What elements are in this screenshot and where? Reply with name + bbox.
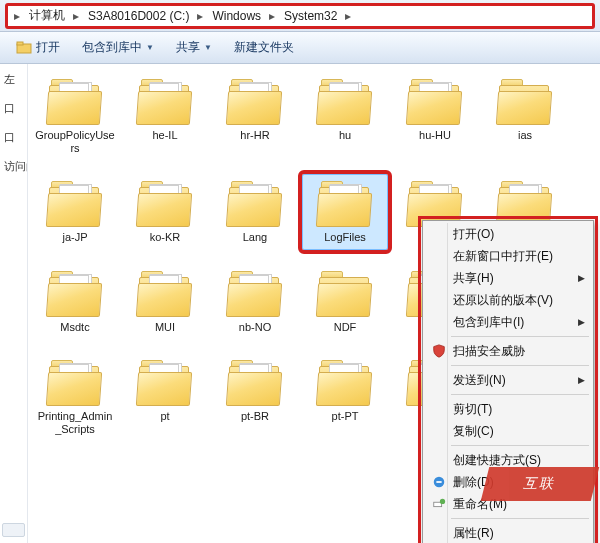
menu-item-label: 复制(C) <box>453 423 494 440</box>
folder-label: GroupPolicyUsers <box>35 129 115 155</box>
include-label: 包含到库中 <box>82 39 142 56</box>
folder-item[interactable]: Printing_Admin_Scripts <box>32 353 118 441</box>
addressbar-container: ▸计算机▸S3A8016D002 (C:)▸Windows▸System32▸ <box>0 0 600 32</box>
context-menu-item[interactable]: 重命名(M) <box>425 493 591 515</box>
context-menu-item[interactable]: 复制(C) <box>425 420 591 442</box>
folder-item[interactable]: NDF <box>302 264 388 339</box>
sidebar-item[interactable]: 口 <box>2 99 25 118</box>
context-menu: 打开(O)在新窗口中打开(E)共享(H)▶还原以前的版本(V)包含到库中(I)▶… <box>422 220 594 543</box>
folder-item[interactable]: pt-BR <box>212 353 298 441</box>
menu-item-label: 创建快捷方式(S) <box>453 452 541 469</box>
context-menu-item[interactable]: 共享(H)▶ <box>425 267 591 289</box>
folder-item[interactable]: hu <box>302 72 388 160</box>
context-menu-item[interactable]: 删除(D) <box>425 471 591 493</box>
folder-item[interactable]: pt <box>122 353 208 441</box>
context-menu-item[interactable]: 创建快捷方式(S) <box>425 449 591 471</box>
folder-label: NDF <box>334 321 357 334</box>
folder-icon <box>135 77 195 125</box>
folder-icon <box>45 179 105 227</box>
folder-label: Printing_Admin_Scripts <box>35 410 115 436</box>
folder-label: LogFiles <box>324 231 366 244</box>
folder-item[interactable]: GroupPolicyUsers <box>32 72 118 160</box>
folder-label: pt-PT <box>332 410 359 423</box>
folder-item[interactable]: ja-JP <box>32 174 118 249</box>
context-menu-item[interactable]: 剪切(T) <box>425 398 591 420</box>
menu-item-label: 还原以前的版本(V) <box>453 292 553 309</box>
folder-item[interactable]: Lang <box>212 174 298 249</box>
folder-icon <box>135 358 195 406</box>
include-library-button[interactable]: 包含到库中 ▼ <box>74 36 162 59</box>
folder-item[interactable]: hr-HR <box>212 72 298 160</box>
menu-item-label: 属性(R) <box>453 525 494 542</box>
delete-icon <box>431 474 447 490</box>
folder-icon <box>225 179 285 227</box>
folder-icon <box>315 269 375 317</box>
folder-icon <box>225 358 285 406</box>
folder-item[interactable]: MUI <box>122 264 208 339</box>
sidebar-scrollbar[interactable] <box>2 523 25 537</box>
context-menu-item[interactable]: 打开(O) <box>425 223 591 245</box>
breadcrumb-chevron-icon[interactable]: ▸ <box>266 5 278 27</box>
sidebar-item[interactable]: 左 <box>2 70 25 89</box>
folder-item[interactable]: he-IL <box>122 72 208 160</box>
folder-label: he-IL <box>152 129 177 142</box>
breadcrumb[interactable]: ▸计算机▸S3A8016D002 (C:)▸Windows▸System32▸ <box>6 4 594 28</box>
folder-icon <box>45 358 105 406</box>
share-button[interactable]: 共享 ▼ <box>168 36 220 59</box>
folder-label: hr-HR <box>240 129 269 142</box>
sidebar-item[interactable]: 口 <box>2 128 25 147</box>
breadcrumb-item[interactable]: 计算机 <box>23 5 70 27</box>
menu-item-label: 剪切(T) <box>453 401 492 418</box>
context-menu-item[interactable]: 扫描安全威胁 <box>425 340 591 362</box>
folder-label: ias <box>518 129 532 142</box>
breadcrumb-chevron-icon[interactable]: ▸ <box>70 5 82 27</box>
context-menu-item[interactable]: 包含到库中(I)▶ <box>425 311 591 333</box>
folder-label: Lang <box>243 231 267 244</box>
menu-separator <box>451 336 589 337</box>
open-icon <box>16 40 32 56</box>
breadcrumb-chevron-icon[interactable]: ▸ <box>11 5 23 27</box>
folder-label: Msdtc <box>60 321 89 334</box>
folder-item[interactable]: ias <box>482 72 568 160</box>
folder-icon <box>135 179 195 227</box>
breadcrumb-item[interactable]: S3A8016D002 (C:) <box>82 5 194 27</box>
folder-item[interactable]: ko-KR <box>122 174 208 249</box>
folder-icon <box>45 77 105 125</box>
folder-item[interactable]: Msdtc <box>32 264 118 339</box>
context-menu-item[interactable]: 属性(R) <box>425 522 591 543</box>
newfolder-label: 新建文件夹 <box>234 39 294 56</box>
folder-label: hu <box>339 129 351 142</box>
folder-label: pt-BR <box>241 410 269 423</box>
menu-separator <box>451 518 589 519</box>
svg-rect-1 <box>17 42 23 45</box>
sidebar: 左口口访问的位置 <box>0 64 28 543</box>
context-menu-item[interactable]: 还原以前的版本(V) <box>425 289 591 311</box>
sidebar-item[interactable]: 访问的位置 <box>2 157 25 176</box>
folder-item[interactable]: nb-NO <box>212 264 298 339</box>
organize-button[interactable]: 打开 <box>8 36 68 59</box>
folder-item[interactable]: LogFiles <box>302 174 388 249</box>
context-menu-item[interactable]: 发送到(N)▶ <box>425 369 591 391</box>
breadcrumb-chevron-icon[interactable]: ▸ <box>342 5 354 27</box>
submenu-arrow-icon: ▶ <box>578 375 585 385</box>
submenu-arrow-icon: ▶ <box>578 273 585 283</box>
folder-icon <box>405 77 465 125</box>
breadcrumb-item[interactable]: Windows <box>206 5 266 27</box>
folder-label: nb-NO <box>239 321 271 334</box>
context-menu-item[interactable]: 在新窗口中打开(E) <box>425 245 591 267</box>
folder-icon <box>315 358 375 406</box>
folder-item[interactable]: hu-HU <box>392 72 478 160</box>
submenu-arrow-icon: ▶ <box>578 317 585 327</box>
shield-icon <box>431 343 447 359</box>
menu-item-label: 重命名(M) <box>453 496 507 513</box>
menu-item-label: 发送到(N) <box>453 372 506 389</box>
folder-icon <box>135 269 195 317</box>
new-folder-button[interactable]: 新建文件夹 <box>226 36 302 59</box>
folder-icon <box>225 77 285 125</box>
breadcrumb-chevron-icon[interactable]: ▸ <box>194 5 206 27</box>
chevron-down-icon: ▼ <box>146 43 154 52</box>
folder-icon <box>315 179 375 227</box>
folder-item[interactable]: pt-PT <box>302 353 388 441</box>
folder-label: ja-JP <box>62 231 87 244</box>
breadcrumb-item[interactable]: System32 <box>278 5 342 27</box>
